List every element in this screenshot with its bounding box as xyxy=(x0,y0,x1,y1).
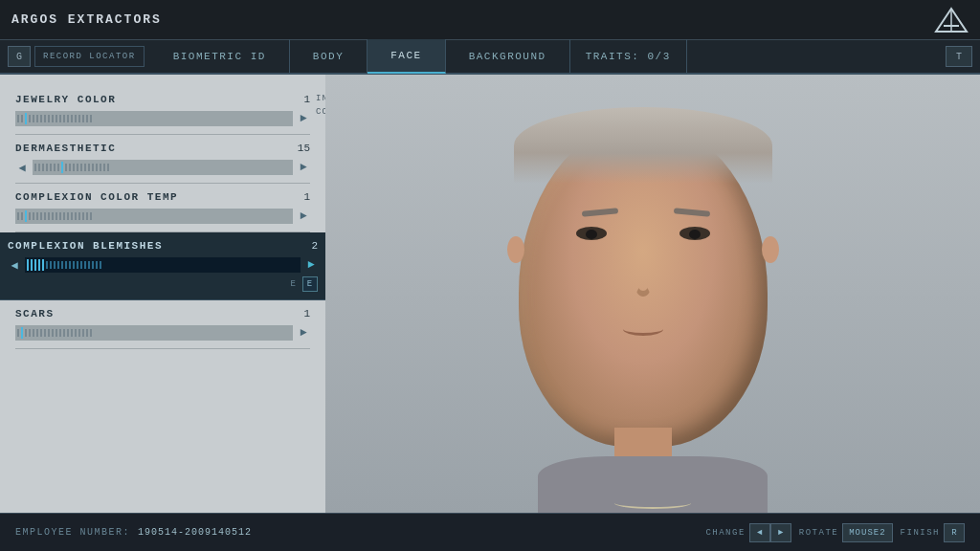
tab-body[interactable]: BODY xyxy=(290,39,368,74)
complexion-color-temp-section: COMPLEXION COLOR TEMP 1 ► xyxy=(15,184,310,232)
app-title: ARGOS EXTRACTORS xyxy=(11,12,162,27)
tick xyxy=(33,329,34,337)
tick xyxy=(82,115,84,122)
tick xyxy=(44,115,46,122)
tab-biometric[interactable]: BIOMETRIC ID xyxy=(150,39,290,74)
complexion-blemishes-slider: ◀ ► xyxy=(8,257,318,273)
refine-key-button[interactable]: E xyxy=(302,276,318,292)
dermaesthetic-right-arrow[interactable]: ► xyxy=(297,161,310,174)
character-mouth xyxy=(623,322,663,336)
character-eye-right xyxy=(679,227,710,240)
nav-bar: G RECORD LOCATOR BIOMETRIC ID BODY FACE … xyxy=(0,40,980,75)
jewelry-color-right-arrow[interactable]: ► xyxy=(297,112,310,125)
jewelry-color-ticks xyxy=(15,111,293,126)
complexion-blemishes-header: COMPLEXION BLEMISHES 2 xyxy=(8,240,318,252)
end-button[interactable]: T xyxy=(946,46,972,67)
jewelry-color-header: JEWELRY COLOR 1 xyxy=(15,94,310,105)
tick xyxy=(17,329,19,337)
tick xyxy=(82,329,84,337)
tick xyxy=(84,261,86,269)
dermaesthetic-ticks xyxy=(33,160,293,175)
tick xyxy=(56,115,57,122)
tick xyxy=(90,329,92,337)
tab-background[interactable]: BACKGROUND xyxy=(446,39,570,74)
tick xyxy=(80,164,82,171)
tick xyxy=(44,329,46,337)
tick xyxy=(27,259,29,271)
tick xyxy=(67,329,69,337)
tick xyxy=(63,329,65,337)
tick xyxy=(40,212,42,220)
tick xyxy=(46,261,48,269)
complexion-blemishes-left-arrow[interactable]: ◀ xyxy=(8,258,21,273)
tick xyxy=(57,164,59,171)
jewelry-color-track[interactable] xyxy=(15,111,293,126)
character-eyes xyxy=(576,227,710,240)
tick xyxy=(38,259,40,271)
tick xyxy=(90,212,92,220)
back-button[interactable]: G xyxy=(8,46,31,67)
dermaesthetic-slider: ◀ ► xyxy=(15,160,310,175)
scars-right-arrow[interactable]: ► xyxy=(297,326,310,340)
tick xyxy=(69,261,71,269)
change-left-button[interactable]: ◄ xyxy=(749,523,770,542)
complexion-blemishes-track[interactable] xyxy=(25,257,301,273)
tick xyxy=(59,212,61,220)
dermaesthetic-track[interactable] xyxy=(33,160,293,175)
scars-section: SCARS 1 ► xyxy=(15,300,310,349)
refine-badge: E E xyxy=(8,276,318,292)
tick xyxy=(88,164,90,171)
tab-face[interactable]: FACE xyxy=(368,39,445,74)
character-viewer xyxy=(325,75,980,513)
tick xyxy=(50,261,52,269)
tick xyxy=(42,164,44,171)
tick xyxy=(17,212,19,220)
character-eye-left xyxy=(576,227,607,240)
character-portrait xyxy=(471,93,835,495)
finish-key-button[interactable]: R xyxy=(944,523,965,542)
change-label: CHANGE xyxy=(705,528,745,538)
character-ear-left xyxy=(507,236,524,263)
tick xyxy=(100,164,101,171)
rotate-control: ROTATE MOUSE2 xyxy=(799,523,893,542)
tick xyxy=(44,212,46,220)
tick xyxy=(59,329,61,337)
tick xyxy=(59,115,61,122)
character-hair xyxy=(514,107,772,184)
dermaesthetic-left-arrow[interactable]: ◀ xyxy=(15,161,29,175)
tick xyxy=(71,115,73,122)
face-container xyxy=(519,121,787,466)
bottom-controls: CHANGE ◄ ► ROTATE MOUSE2 FINISH R xyxy=(705,523,965,542)
tick xyxy=(92,261,94,269)
tick xyxy=(36,329,38,337)
tick xyxy=(71,212,73,220)
complexion-color-temp-right-arrow[interactable]: ► xyxy=(297,209,310,223)
tick xyxy=(33,212,34,220)
dermaesthetic-value: 15 xyxy=(298,143,310,154)
tick xyxy=(21,212,23,220)
tick xyxy=(42,259,44,271)
tick xyxy=(31,259,33,271)
tick xyxy=(29,329,31,337)
complexion-color-temp-header: COMPLEXION COLOR TEMP 1 xyxy=(15,191,310,203)
tick xyxy=(78,115,80,122)
tick xyxy=(84,164,86,171)
complexion-color-temp-track[interactable] xyxy=(15,209,293,224)
tick xyxy=(56,329,57,337)
complexion-blemishes-right-arrow[interactable]: ► xyxy=(304,258,318,272)
jewelry-color-section: JEWELRY COLOR 1 ► xyxy=(15,86,310,135)
tick xyxy=(77,261,78,269)
tick xyxy=(90,115,92,122)
complexion-color-temp-slider: ► xyxy=(15,209,310,224)
tick xyxy=(34,259,36,271)
rotate-key-button[interactable]: MOUSE2 xyxy=(842,523,892,542)
tick xyxy=(73,261,75,269)
scars-track[interactable] xyxy=(15,325,293,341)
bottom-bar: EMPLOYEE NUMBER: 190514-2009140512 CHANG… xyxy=(0,513,980,551)
change-right-button[interactable]: ► xyxy=(770,523,791,542)
character-ear-right xyxy=(762,236,779,263)
scars-slider: ► xyxy=(15,325,310,341)
tick xyxy=(82,212,84,220)
tick xyxy=(61,261,63,269)
tab-traits[interactable]: TRAITS: 0/3 xyxy=(570,39,687,74)
